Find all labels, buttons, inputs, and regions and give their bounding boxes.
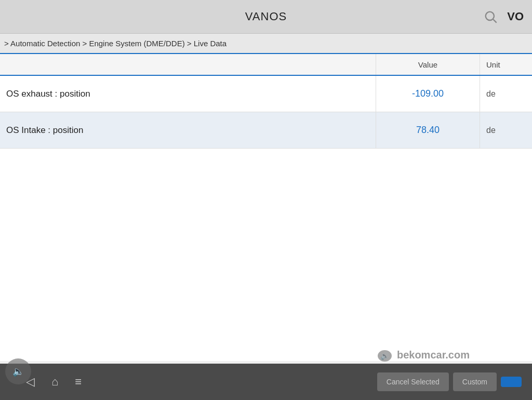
search-icon[interactable] (483, 9, 498, 24)
svg-line-1 (493, 19, 496, 22)
page-title: VANOS (245, 10, 287, 23)
bottom-buttons: Cancel Selected Custom (377, 372, 522, 391)
header-icons: VO (483, 9, 524, 24)
bottom-bar: 🔈 ◁ ⌂ ≡ Cancel Selected Custom (0, 364, 532, 400)
svg-point-0 (486, 12, 494, 20)
col-unit-header: Unit (480, 54, 532, 75)
row1-name: OS exhaust : position (0, 76, 376, 112)
cancel-selected-button[interactable]: Cancel Selected (377, 372, 449, 391)
speaker-icon: 🔈 (12, 366, 24, 377)
home-button[interactable]: ⌂ (51, 375, 58, 389)
menu-button[interactable]: ≡ (75, 375, 82, 389)
table-row: OS Intake : position 78.40 de (0, 112, 532, 149)
row2-name: OS Intake : position (0, 112, 376, 148)
custom-button[interactable]: Custom (453, 372, 497, 391)
col-name-header (0, 54, 376, 75)
app-header: VANOS VO (0, 0, 532, 34)
confirm-button[interactable] (501, 377, 522, 387)
breadcrumb: > Automatic Detection > Engine System (D… (0, 34, 532, 54)
row2-unit: de (480, 112, 532, 148)
vo-label: VO (507, 10, 524, 23)
speaker-button[interactable]: 🔈 (5, 358, 31, 384)
content-area (0, 149, 532, 361)
table-header: Value Unit (0, 54, 532, 76)
row1-unit: de (480, 76, 532, 112)
table-row: OS exhaust : position -109.00 de (0, 76, 532, 112)
breadcrumb-text: > Automatic Detection > Engine System (D… (4, 39, 227, 48)
col-value-header: Value (376, 54, 480, 75)
row2-value: 78.40 (376, 112, 480, 148)
row1-value: -109.00 (376, 76, 480, 112)
